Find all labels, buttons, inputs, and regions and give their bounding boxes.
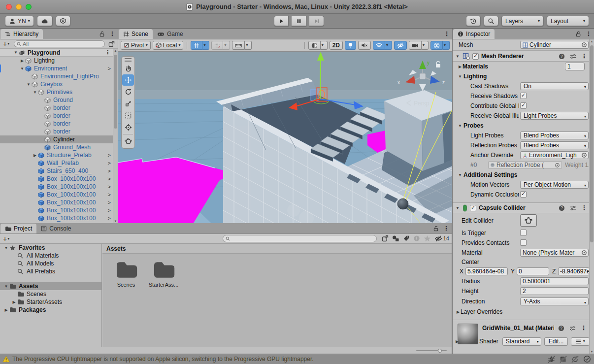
direction-dropdown[interactable]: Y-Axis▾ [520,298,589,305]
hierarchy-item[interactable]: Stairs_650_400_> [0,167,113,175]
project-tree-item[interactable]: ▼Assets [0,282,101,290]
grid-visibility-button[interactable] [191,41,202,50]
center-z-field[interactable]: -8.940697e-08 [558,267,590,275]
hierarchy-item[interactable]: border [0,112,113,120]
prefab-chevron-icon[interactable]: > [108,215,111,221]
hierarchy-item[interactable]: ▼Environment> [0,65,113,72]
project-add-button[interactable]: +▾ [3,235,9,243]
status-bar[interactable]: The Progressive CPU lightmapper is not s… [0,354,594,364]
snap-increment-dropdown[interactable]: ▾ [245,41,252,50]
account-button[interactable]: YN▾ [5,16,34,26]
fold-arrow-icon[interactable]: ▼ [3,284,9,289]
scene-menu-icon[interactable]: ⋮ [444,31,450,37]
center-y-field[interactable]: 0 [517,267,549,275]
fold-arrow-icon[interactable]: ▶ [32,153,38,158]
hidden-count-toggle[interactable]: 14 [434,235,449,242]
project-tree-item[interactable]: Scenes [0,290,101,298]
light-probes-dropdown[interactable]: Blend Probes▾ [520,132,589,139]
project-tree-item[interactable]: All Materials [0,252,101,260]
materials-row[interactable]: ▶ Materials 1 [453,62,590,71]
tab-game[interactable]: Game [153,29,188,39]
overlay-drag-handle[interactable] [125,58,132,62]
presets-icon[interactable] [570,54,576,59]
project-search-input[interactable] [223,235,377,242]
project-tree-item[interactable]: ▼Favorites [0,244,101,252]
tool-handle-rotation-button[interactable]: Local▾ [153,41,184,50]
prefab-chevron-icon[interactable]: > [108,199,111,205]
reflection-probes-dropdown[interactable]: Blend Probes▾ [520,141,589,149]
services-button[interactable] [56,16,70,26]
move-tool[interactable] [122,74,134,86]
fold-arrow-icon[interactable]: ▼ [3,246,9,250]
favorites-star-icon[interactable] [424,235,431,242]
prefab-chevron-icon[interactable]: > [108,160,111,166]
scene-viewport[interactable]: y x z Persp [118,52,452,223]
rect-tool[interactable] [122,110,134,121]
additional-settings-foldout[interactable]: ▼Additional Settings [453,170,590,180]
presets-icon[interactable] [569,326,576,331]
hierarchy-item[interactable]: Wall_Prefab> [0,159,113,167]
mac-traffic-lights[interactable] [6,4,32,10]
lock-icon[interactable] [433,226,439,232]
persp-label[interactable]: Persp [414,100,429,107]
asset-folder-item[interactable]: Scenes [108,261,144,288]
prefab-chevron-icon[interactable]: > [108,176,111,182]
fold-arrow-icon[interactable]: ▶ [3,308,9,312]
view-pan-tool[interactable] [122,63,134,74]
layers-dropdown[interactable]: Layers▾ [501,16,544,26]
component-menu-icon[interactable]: ⋮ [581,53,587,60]
provides-contacts-checkbox[interactable] [520,239,527,246]
assets-breadcrumb[interactable]: Assets [102,244,452,254]
transform-tool[interactable] [122,122,134,133]
radius-field[interactable]: 0.5000001 [520,277,589,285]
tab-hierarchy[interactable]: Hierarchy [0,29,43,39]
project-tree-item[interactable]: ▶Packages [0,306,101,314]
hierarchy-item[interactable]: border [0,104,113,112]
hierarchy-search-input[interactable]: All [14,40,105,47]
is-trigger-checkbox[interactable] [520,230,527,236]
tab-console[interactable]: Console [36,224,75,233]
pick-object-icon[interactable] [108,41,115,47]
hierarchy-scrollbar[interactable]: ▲▼ [113,49,118,223]
component-enabled-checkbox[interactable] [472,53,479,60]
hierarchy-item[interactable]: Box_100x100x100> [0,191,113,199]
zoom-window-icon[interactable] [26,4,32,10]
grid-visibility-dropdown[interactable]: ▾ [202,41,209,50]
fold-arrow-icon[interactable]: ▶ [11,300,17,304]
mesh-renderer-header[interactable]: ▼ Mesh Renderer ? ⋮ [453,51,590,62]
shader-dropdown[interactable]: Standard▾ [502,337,541,346]
hierarchy-item[interactable]: border [0,128,113,135]
play-button[interactable] [274,16,289,26]
anchor-override-field[interactable]: Environment_Ligh [520,151,589,159]
scene-audio-button[interactable] [358,41,371,50]
lock-icon[interactable] [576,31,581,37]
hierarchy-item[interactable]: ▶Lighting [0,57,113,65]
lock-icon[interactable] [99,31,105,37]
height-field[interactable]: 2 [520,287,589,295]
contribute-gi-checkbox[interactable] [520,102,527,109]
fold-arrow-icon[interactable]: ▼ [32,90,38,95]
lighting-foldout[interactable]: ▼Lighting [453,71,590,81]
center-x-field[interactable]: 5.960464e-08 [465,267,508,275]
hierarchy-item[interactable]: Cylinder [0,135,113,143]
minimize-window-icon[interactable] [16,4,22,10]
shading-mode-dropdown[interactable]: ▾ [321,41,328,50]
inspector-menu-icon[interactable]: ⋮ [586,31,592,37]
motion-vectors-dropdown[interactable]: Per Object Motion▾ [520,181,589,189]
hierarchy-item[interactable]: Box_100x100x100> [0,199,113,206]
hierarchy-item[interactable]: Box_100x100x100> [0,214,113,222]
object-picker-icon[interactable] [581,152,587,158]
mesh-object-field[interactable]: Cylinder [520,41,589,49]
scene-effects-button[interactable] [373,41,385,50]
prefab-chevron-icon[interactable]: > [108,168,111,174]
hierarchy-item[interactable]: ▼Primitives [0,88,113,96]
2d-view-button[interactable]: 2D [330,41,343,50]
project-tree-item[interactable]: ▶StarterAssets [0,298,101,306]
hierarchy-item[interactable]: border [0,120,113,128]
hierarchy-menu-icon[interactable]: ⋮ [109,31,115,37]
gizmos-dropdown[interactable]: ▾ [443,41,450,50]
edit-collider-tool[interactable] [122,135,134,147]
receive-gi-dropdown[interactable]: Light Probes▾ [520,112,589,120]
object-picker-icon[interactable] [581,42,587,48]
edit-collider-button[interactable] [520,214,537,227]
